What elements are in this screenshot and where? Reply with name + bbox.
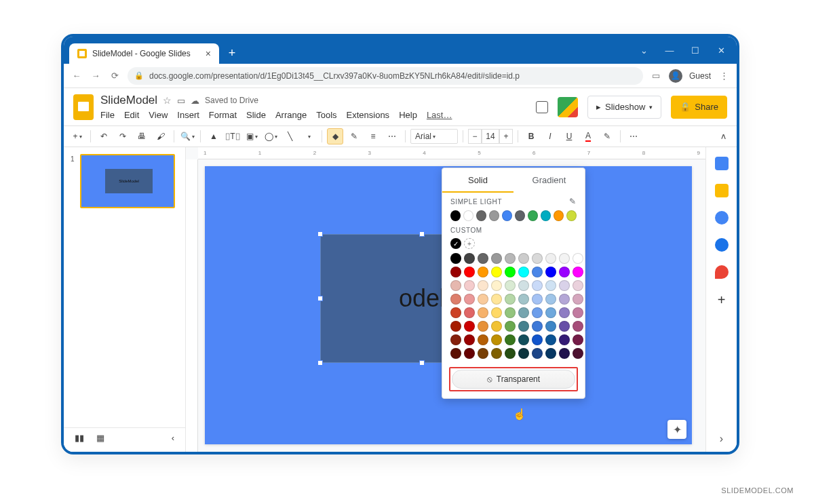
palette-color-swatch[interactable] xyxy=(559,280,570,291)
theme-color-swatch[interactable] xyxy=(450,210,461,221)
palette-color-swatch[interactable] xyxy=(559,307,570,318)
theme-color-swatch[interactable] xyxy=(566,210,577,221)
theme-color-swatch[interactable] xyxy=(515,210,525,221)
hide-sidepanel-icon[interactable]: › xyxy=(720,433,723,445)
palette-color-swatch[interactable] xyxy=(532,253,543,264)
palette-color-swatch[interactable] xyxy=(573,334,583,345)
palette-color-swatch[interactable] xyxy=(573,253,583,264)
highlight-button[interactable]: ✎ xyxy=(599,128,615,144)
theme-color-swatch[interactable] xyxy=(489,210,499,221)
menu-insert[interactable]: Insert xyxy=(177,110,199,120)
palette-color-swatch[interactable] xyxy=(545,348,556,359)
url-input[interactable]: 🔒 docs.google.com/presentation/d/1Eg0Di1… xyxy=(128,67,643,85)
palette-color-swatch[interactable] xyxy=(545,253,556,264)
palette-color-swatch[interactable] xyxy=(518,267,529,277)
palette-color-swatch[interactable] xyxy=(532,334,543,345)
palette-color-swatch[interactable] xyxy=(491,348,502,359)
palette-color-swatch[interactable] xyxy=(518,280,529,291)
palette-color-swatch[interactable] xyxy=(573,280,583,291)
bold-button[interactable]: B xyxy=(523,128,539,144)
palette-color-swatch[interactable] xyxy=(478,280,488,291)
nav-back-icon[interactable]: ← xyxy=(71,71,83,81)
palette-color-swatch[interactable] xyxy=(559,334,570,345)
contacts-icon[interactable] xyxy=(715,238,729,252)
palette-color-swatch[interactable] xyxy=(518,253,529,264)
menu-slide[interactable]: Slide xyxy=(246,110,266,120)
palette-color-swatch[interactable] xyxy=(505,348,516,359)
palette-color-swatch[interactable] xyxy=(518,334,529,345)
palette-color-swatch[interactable] xyxy=(478,321,488,332)
palette-color-swatch[interactable] xyxy=(478,334,488,345)
palette-color-swatch[interactable] xyxy=(478,267,488,277)
palette-color-swatch[interactable] xyxy=(532,307,543,318)
meet-icon[interactable] xyxy=(558,97,578,117)
theme-color-swatch[interactable] xyxy=(463,210,473,221)
collapse-toolbar-icon[interactable]: ʌ xyxy=(715,128,731,144)
menu-file[interactable]: File xyxy=(100,110,115,120)
palette-color-swatch[interactable] xyxy=(450,348,461,359)
star-icon[interactable]: ☆ xyxy=(163,95,172,106)
text-color-button[interactable]: A xyxy=(580,128,596,144)
resize-handle-nw[interactable] xyxy=(317,231,323,237)
palette-color-swatch[interactable] xyxy=(573,321,583,332)
palette-color-swatch[interactable] xyxy=(532,280,543,291)
palette-color-swatch[interactable] xyxy=(491,267,502,277)
new-tab-button[interactable]: + xyxy=(223,44,241,62)
palette-color-swatch[interactable] xyxy=(559,348,570,359)
font-size-dec[interactable]: − xyxy=(468,129,482,144)
edit-theme-colors-icon[interactable]: ✎ xyxy=(569,197,577,206)
palette-color-swatch[interactable] xyxy=(464,307,475,318)
nav-reload-icon[interactable]: ⟳ xyxy=(109,71,121,81)
palette-color-swatch[interactable] xyxy=(532,348,543,359)
palette-color-swatch[interactable] xyxy=(573,307,583,318)
palette-color-swatch[interactable] xyxy=(505,294,516,305)
shape-tool[interactable]: ◯ xyxy=(263,128,279,144)
menu-help[interactable]: Help xyxy=(399,110,417,120)
palette-color-swatch[interactable] xyxy=(545,267,556,277)
browser-menu-icon[interactable]: ⋮ xyxy=(718,71,730,81)
keep-icon[interactable] xyxy=(715,184,729,197)
paint-format-button[interactable]: 🖌 xyxy=(153,128,169,144)
maps-icon[interactable] xyxy=(715,265,729,279)
border-dash-button[interactable]: ⋯ xyxy=(384,128,400,144)
palette-color-swatch[interactable] xyxy=(450,267,461,277)
palette-color-swatch[interactable] xyxy=(518,294,529,305)
palette-color-swatch[interactable] xyxy=(464,348,475,359)
palette-color-swatch[interactable] xyxy=(450,280,461,291)
palette-color-swatch[interactable] xyxy=(518,348,529,359)
textbox-tool[interactable]: ⌷T⌷ xyxy=(225,128,241,144)
palette-color-swatch[interactable] xyxy=(478,253,488,264)
palette-color-swatch[interactable] xyxy=(464,321,475,332)
font-family-select[interactable]: Arial xyxy=(410,129,458,144)
calendar-icon[interactable] xyxy=(715,157,729,170)
palette-color-swatch[interactable] xyxy=(532,321,543,332)
fill-color-button[interactable]: ◆ xyxy=(327,128,343,144)
palette-color-swatch[interactable] xyxy=(545,321,556,332)
share-button[interactable]: 🔒 Share xyxy=(671,96,727,119)
palette-color-swatch[interactable] xyxy=(464,280,475,291)
palette-color-swatch[interactable] xyxy=(450,253,461,264)
theme-color-swatch[interactable] xyxy=(502,210,512,221)
palette-color-swatch[interactable] xyxy=(545,334,556,345)
palette-color-swatch[interactable] xyxy=(491,253,502,264)
theme-color-swatch[interactable] xyxy=(554,210,564,221)
font-size-value[interactable]: 14 xyxy=(482,129,499,144)
move-icon[interactable]: ▭ xyxy=(177,96,185,106)
theme-color-swatch[interactable] xyxy=(541,210,551,221)
tasks-icon[interactable] xyxy=(715,211,729,225)
menu-tools[interactable]: Tools xyxy=(316,110,336,120)
palette-color-swatch[interactable] xyxy=(464,294,475,305)
window-minimize-icon[interactable]: — xyxy=(663,45,676,56)
palette-color-swatch[interactable] xyxy=(464,267,475,277)
border-color-button[interactable]: ✎ xyxy=(346,128,362,144)
palette-color-swatch[interactable] xyxy=(545,280,556,291)
window-close-icon[interactable]: ✕ xyxy=(715,45,727,56)
palette-color-swatch[interactable] xyxy=(505,253,516,264)
palette-color-swatch[interactable] xyxy=(450,321,461,332)
palette-color-swatch[interactable] xyxy=(491,294,502,305)
palette-color-swatch[interactable] xyxy=(545,294,556,305)
browser-tab[interactable]: SlideModel - Google Slides × xyxy=(69,43,219,64)
menu-arrange[interactable]: Arrange xyxy=(275,110,307,120)
palette-color-swatch[interactable] xyxy=(478,307,488,318)
print-button[interactable]: 🖶 xyxy=(134,128,150,144)
